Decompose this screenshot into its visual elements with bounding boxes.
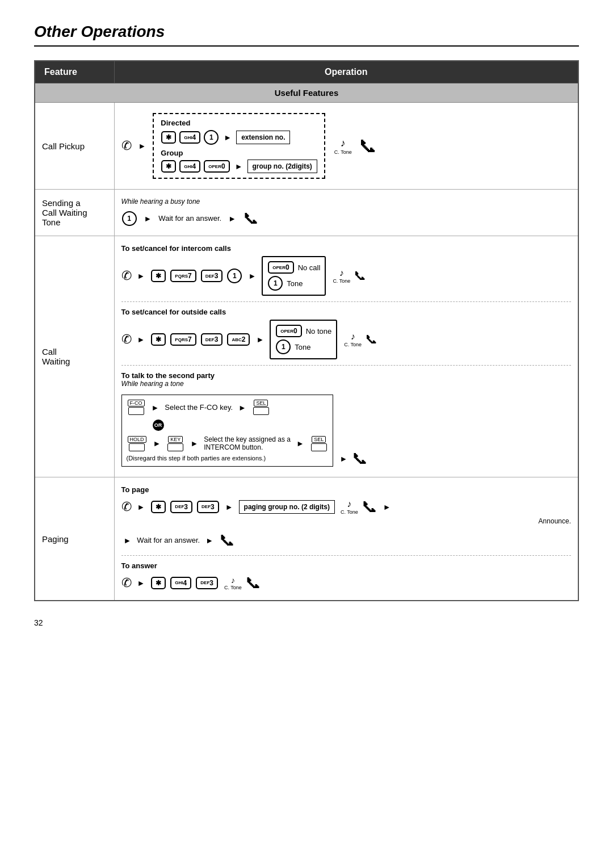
to-answer-label: To answer bbox=[121, 561, 572, 570]
section-divider-1 bbox=[121, 301, 572, 302]
phone-pickup-icon: ✆ bbox=[121, 139, 132, 153]
note-icon-out: ♪ bbox=[351, 332, 355, 342]
arrow-fco2: ► bbox=[238, 403, 246, 412]
no-call-box-intercom: OPER0 No call 1 Tone bbox=[262, 256, 326, 296]
sel-rect-1 bbox=[253, 407, 269, 415]
arrow-after-box: ► bbox=[339, 454, 347, 463]
arrow-sending2: ► bbox=[228, 214, 236, 223]
arrow-out2: ► bbox=[256, 335, 264, 344]
group-no-box: group no. (2digits) bbox=[247, 160, 317, 173]
table-header-row: Feature Operation bbox=[35, 61, 578, 83]
disregard-note: (Disregard this step if both parties are… bbox=[127, 455, 328, 462]
paging-operation: To page ✆ ► ✱ DEF3 DEF3 ► paging group n… bbox=[114, 477, 578, 601]
pqrs7-out: PQRS7 bbox=[170, 333, 196, 346]
star-key-2: ✱ bbox=[161, 160, 176, 173]
call-pickup-feature: Call Pickup bbox=[35, 103, 114, 190]
fco-rect bbox=[128, 407, 144, 415]
arrow-page2: ► bbox=[225, 502, 233, 511]
intercom-section: To set/cancel for intercom calls ✆ ► ✱ P… bbox=[121, 244, 572, 296]
paging-feature: Paging bbox=[35, 477, 114, 601]
second-party-section: To talk to the second party While hearin… bbox=[121, 371, 572, 469]
call-waiting-feature: CallWaiting bbox=[35, 236, 114, 477]
call-pickup-row: Call Pickup ✆ ► Directed ✱ GHI4 1 bbox=[35, 103, 578, 190]
handset-waves-ans: 📞︎ bbox=[245, 573, 261, 592]
arrow-wait2: ► bbox=[205, 536, 213, 545]
one-key-1: 1 bbox=[204, 130, 219, 145]
oper0-cw1: OPER0 bbox=[268, 261, 293, 274]
fco-hold-box: F-CO ► Select the F-CO key. ► SEL bbox=[121, 395, 333, 467]
to-page-section: To page ✆ ► ✱ DEF3 DEF3 ► paging group n… bbox=[121, 485, 572, 525]
sending-operation: While hearing a busy tone 1 ► Wait for a… bbox=[114, 190, 578, 236]
star-out: ✱ bbox=[151, 333, 166, 346]
arrow-page1: ► bbox=[137, 502, 145, 511]
while-hearing-note: While hearing a busy tone bbox=[121, 198, 572, 206]
handset-waves-wait: 📞︎ bbox=[219, 531, 235, 550]
arrow-ans1: ► bbox=[137, 578, 145, 588]
arrow-out1: ► bbox=[137, 335, 145, 344]
star-key-1: ✱ bbox=[161, 131, 176, 144]
oper0-key-1: OPER0 bbox=[204, 160, 229, 173]
arrow3: ► bbox=[235, 162, 243, 171]
one-out: 1 bbox=[276, 339, 291, 354]
arrow-hold: ► bbox=[153, 439, 161, 448]
arrow-cw1: ► bbox=[137, 271, 145, 280]
to-page-label: To page bbox=[121, 485, 572, 494]
hold-rect bbox=[129, 443, 145, 451]
arrow-key: ► bbox=[190, 439, 198, 448]
page-number: 32 bbox=[34, 618, 579, 627]
handset-waves-cw: 📞︎ bbox=[352, 450, 368, 467]
arrow-cw2: ► bbox=[248, 271, 256, 280]
arrow-sending: ► bbox=[144, 214, 152, 223]
c-tone-ans: C. Tone bbox=[224, 585, 242, 590]
star-cw1: ✱ bbox=[151, 270, 166, 282]
operation-header: Operation bbox=[114, 61, 578, 83]
one-cw2: 1 bbox=[268, 276, 283, 291]
handset-waves-sending: 📞︎ bbox=[243, 209, 259, 228]
paging-row: Paging To page ✆ ► ✱ DEF3 DEF3 ► paging … bbox=[35, 477, 578, 601]
def3-page1: DEF3 bbox=[170, 501, 192, 513]
section-divider-2 bbox=[121, 365, 572, 366]
page-title: Other Operations bbox=[34, 23, 579, 41]
key-assigned-text: Select the key assigned as a INTERCOM bu… bbox=[204, 435, 291, 451]
subheader-cell: Useful Features bbox=[35, 83, 578, 103]
group-label: Group bbox=[161, 149, 183, 157]
def3-out: DEF3 bbox=[201, 333, 223, 346]
note-icon-ans: ♪ bbox=[231, 576, 235, 585]
second-party-title: To talk to the second party bbox=[121, 371, 572, 380]
c-tone-out: C. Tone bbox=[344, 342, 362, 347]
sel-key-1: SEL bbox=[253, 400, 269, 415]
c-tone-page: C. Tone bbox=[341, 509, 358, 515]
sel-key-2: SEL bbox=[311, 436, 327, 451]
paging-group-box: paging group no. (2 digits) bbox=[239, 500, 335, 514]
no-tone-box-outside: OPER0 No tone 1 Tone bbox=[270, 320, 337, 359]
extension-no-box: extension no. bbox=[236, 131, 290, 144]
oper0-out: OPER0 bbox=[276, 325, 301, 337]
call-waiting-row: CallWaiting To set/cancel for intercom c… bbox=[35, 236, 578, 477]
arrow-wait: ► bbox=[124, 536, 132, 545]
def3-ans: DEF3 bbox=[196, 577, 218, 589]
tone-label-cw1: Tone bbox=[287, 279, 303, 288]
sending-call-waiting-row: Sending aCall WaitingTone While hearing … bbox=[35, 190, 578, 236]
call-pickup-operation: ✆ ► Directed ✱ GHI4 1 ► extension no. bbox=[114, 103, 578, 190]
phone-page: ✆ bbox=[121, 500, 132, 514]
tone-label-out: Tone bbox=[295, 343, 310, 351]
sending-feature: Sending aCall WaitingTone bbox=[35, 190, 114, 236]
one-key-sending: 1 bbox=[122, 211, 137, 226]
sel-label-2: SEL bbox=[312, 436, 326, 443]
c-tone-label-1: C. Tone bbox=[334, 149, 352, 155]
intercom-title: To set/cancel for intercom calls bbox=[121, 244, 572, 253]
while-hearing-tone: While hearing a tone bbox=[121, 380, 572, 388]
main-table: Feature Operation Useful Features Call P… bbox=[34, 60, 579, 601]
note-icon-cw1: ♪ bbox=[339, 268, 344, 278]
wait-answer-label: Wait for an answer. bbox=[158, 214, 221, 223]
title-divider bbox=[34, 45, 579, 47]
arrow-key2: ► bbox=[296, 439, 304, 448]
arrow-page3: ► bbox=[383, 502, 391, 511]
sending-label: Sending aCall WaitingTone bbox=[42, 198, 87, 227]
handset-waves-page: 📞︎ bbox=[362, 497, 377, 516]
sel-rect-2 bbox=[311, 443, 327, 451]
hold-label: HOLD bbox=[128, 436, 146, 443]
note-icon-page: ♪ bbox=[347, 499, 351, 509]
ghi4-key-1: GHI4 bbox=[179, 131, 200, 144]
ghi4-ans: GHI4 bbox=[170, 577, 191, 589]
